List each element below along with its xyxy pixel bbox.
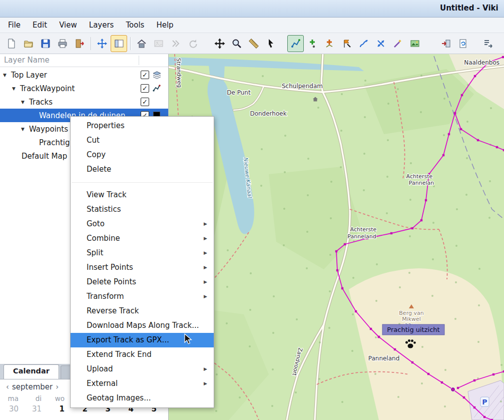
menu-view[interactable]: View: [53, 19, 83, 32]
menu-item-copy[interactable]: Copy: [71, 148, 214, 162]
trackpoint-marker[interactable]: [390, 232, 392, 234]
menu-item-extend-track-end[interactable]: Extend Track End: [71, 347, 214, 362]
layer-row-top-layer[interactable]: ▼ Top Layer ✓: [0, 68, 168, 82]
route-finder-tool-button[interactable]: [355, 35, 372, 52]
menu-item-reverse-track[interactable]: Reverse Track: [71, 304, 214, 318]
layer-row-trackwaypoint[interactable]: ▼ TrackWaypoint ✓: [0, 82, 168, 95]
home-button[interactable]: [133, 35, 150, 52]
layer-visibility-checkbox[interactable]: ✓: [141, 84, 149, 93]
trackpoint-marker[interactable]: [461, 94, 463, 96]
trackpoint-marker[interactable]: [460, 128, 462, 130]
menu-help[interactable]: Help: [150, 19, 179, 32]
trackpoint-marker[interactable]: [336, 269, 338, 271]
trackpoint-marker[interactable]: [442, 154, 444, 156]
trackpoint-marker[interactable]: [411, 361, 413, 363]
trackpoint-marker[interactable]: [473, 406, 475, 408]
trackpoint-marker[interactable]: [457, 387, 459, 389]
trackpoint-marker[interactable]: [341, 287, 343, 289]
save-file-button[interactable]: [37, 35, 54, 52]
menu-item-view-track[interactable]: View Track: [71, 188, 214, 202]
trackpoint-marker[interactable]: [427, 373, 429, 375]
trackpoint-marker[interactable]: [496, 146, 498, 148]
import-button[interactable]: [479, 35, 496, 52]
menu-item-delete-points[interactable]: Delete Points▶: [71, 275, 214, 289]
menu-item-cut[interactable]: Cut: [71, 133, 214, 148]
submenu-arrow-icon: ▶: [204, 275, 207, 289]
trackpoint-marker[interactable]: [448, 133, 450, 135]
menu-file[interactable]: File: [2, 19, 27, 32]
calendar-date[interactable]: 1: [48, 402, 71, 413]
map-canvas[interactable]: Berg van Mikwel 23 m Strandweg Schulpend…: [169, 54, 504, 420]
trackpoint-marker[interactable]: [335, 250, 337, 252]
menu-item-transform[interactable]: Transform▶: [71, 289, 214, 304]
menu-item-insert-points[interactable]: Insert Points▶: [71, 260, 214, 275]
layer-visibility-checkbox[interactable]: ✓: [141, 98, 149, 106]
trackpoint-marker[interactable]: [477, 139, 479, 141]
create-waypoint-tool-button[interactable]: [304, 35, 321, 52]
expander-icon[interactable]: ▼: [3, 73, 10, 78]
layer-row-tracks[interactable]: ▼ Tracks ✓: [0, 95, 168, 109]
menu-layers[interactable]: Layers: [83, 19, 120, 32]
trackpoint-marker[interactable]: [370, 328, 372, 330]
refresh-map-button[interactable]: [454, 35, 471, 52]
ruler-tool-button[interactable]: [245, 35, 262, 52]
side-panel-toggle-button[interactable]: [111, 35, 127, 52]
expander-icon[interactable]: ▼: [21, 127, 28, 132]
trackpoint-marker[interactable]: [473, 379, 475, 381]
menu-item-properties[interactable]: Properties: [71, 119, 214, 133]
trackpoint-marker[interactable]: [454, 112, 456, 114]
menu-item-goto[interactable]: Goto▶: [71, 217, 214, 231]
trackpoint-marker[interactable]: [441, 381, 443, 383]
menu-item-label: External: [87, 379, 118, 388]
menu-item-geotag-images[interactable]: Geotag Images...: [71, 391, 214, 405]
menu-item-statistics[interactable]: Statistics: [71, 202, 214, 217]
geotag-picture-tool-button[interactable]: [406, 35, 423, 52]
calendar-date[interactable]: 31: [25, 402, 48, 413]
zoom-tool-button[interactable]: [228, 35, 245, 52]
calendar-date[interactable]: 30: [2, 402, 25, 413]
edit-waypoint-tool-button[interactable]: [338, 35, 355, 52]
magic-wand-tool-button[interactable]: [389, 35, 406, 52]
menu-tools[interactable]: Tools: [120, 19, 150, 32]
menu-item-delete[interactable]: Delete: [71, 162, 214, 177]
insert-trackpoint-tool-button[interactable]: [321, 35, 338, 52]
menu-item-external[interactable]: External▶: [71, 376, 214, 391]
menu-item-upload[interactable]: Upload▶: [71, 362, 214, 376]
trackpoint-marker[interactable]: [474, 75, 476, 77]
open-file-button[interactable]: [20, 35, 37, 52]
expander-icon[interactable]: ▼: [12, 86, 19, 91]
menu-item-export-track-as-gpx[interactable]: Export Track as GPX...: [71, 333, 214, 347]
pan-tool-button[interactable]: [211, 35, 228, 52]
layer-visibility-checkbox[interactable]: ✓: [141, 71, 149, 79]
trackpoint-marker[interactable]: [378, 336, 380, 338]
trackpoint-marker[interactable]: [344, 243, 346, 245]
download-maps-button[interactable]: [437, 35, 454, 52]
select-tool-button[interactable]: [262, 35, 279, 52]
menu-item-download-maps-along-track[interactable]: Download Maps Along Track...: [71, 318, 214, 333]
trackpoint-marker[interactable]: [452, 388, 454, 390]
next-month-icon[interactable]: ›: [54, 382, 61, 391]
menu-item-split[interactable]: Split▶: [71, 246, 214, 260]
pan-button[interactable]: [94, 35, 110, 52]
menu-edit[interactable]: Edit: [27, 19, 53, 32]
create-track-tool-button[interactable]: [287, 35, 304, 52]
trackpoint-marker[interactable]: [355, 310, 357, 312]
trackpoint-marker[interactable]: [420, 219, 422, 221]
trackpoint-marker[interactable]: [502, 56, 504, 58]
prev-month-icon[interactable]: ‹: [4, 382, 11, 391]
download-into-box-icon: [440, 38, 451, 49]
menu-item-combine[interactable]: Combine▶: [71, 231, 214, 246]
move-viewpoint-tool-button[interactable]: [372, 35, 389, 52]
map-viewport[interactable]: Berg van Mikwel 23 m Strandweg Schulpend…: [169, 54, 504, 420]
trackpoint-marker[interactable]: [425, 199, 427, 201]
expander-icon[interactable]: ▼: [21, 100, 28, 105]
trackpoint-marker[interactable]: [411, 227, 413, 229]
trackpoint-marker[interactable]: [483, 416, 485, 418]
tab-calendar[interactable]: Calendar: [4, 364, 59, 379]
exit-button[interactable]: [71, 35, 88, 52]
trackpoint-marker[interactable]: [492, 373, 494, 375]
print-button[interactable]: [54, 35, 71, 52]
trackpoint-marker[interactable]: [394, 348, 396, 350]
trackpoint-marker[interactable]: [463, 396, 465, 398]
new-file-button[interactable]: [3, 35, 20, 52]
